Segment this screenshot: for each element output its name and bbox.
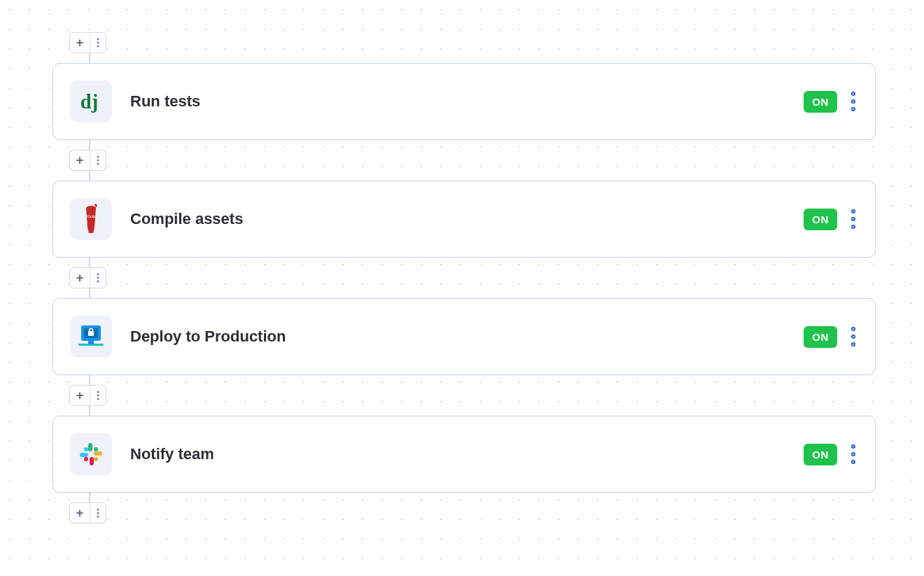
svg-point-30 bbox=[97, 512, 99, 514]
svg-point-18 bbox=[97, 391, 99, 393]
svg-rect-23 bbox=[94, 451, 102, 456]
svg-point-11 bbox=[97, 281, 99, 283]
pipeline-step[interactable]: Gulp Compile assets ON bbox=[52, 181, 876, 258]
drag-handle-icon[interactable] bbox=[851, 92, 855, 111]
add-step-button[interactable]: + bbox=[69, 32, 106, 53]
svg-point-5 bbox=[97, 160, 99, 162]
svg-rect-27 bbox=[80, 453, 88, 457]
drag-handle-icon[interactable] bbox=[851, 444, 855, 464]
more-options-icon[interactable] bbox=[90, 386, 106, 405]
pipeline-canvas: + dj Run tests ON + bbox=[52, 32, 876, 524]
plus-icon: + bbox=[70, 33, 90, 52]
svg-rect-28 bbox=[84, 447, 88, 451]
svg-point-4 bbox=[97, 156, 99, 158]
svg-point-29 bbox=[97, 509, 99, 511]
more-options-icon[interactable] bbox=[90, 503, 106, 523]
pipeline-step[interactable]: Notify team ON bbox=[52, 416, 876, 493]
svg-rect-21 bbox=[88, 443, 92, 451]
svg-point-10 bbox=[97, 277, 99, 279]
plus-icon: + bbox=[70, 386, 90, 405]
svg-point-0 bbox=[97, 38, 99, 41]
plus-icon: + bbox=[70, 150, 90, 170]
step-title: Notify team bbox=[130, 445, 804, 463]
drag-handle-icon[interactable] bbox=[851, 209, 855, 229]
svg-text:Gulp: Gulp bbox=[87, 214, 96, 218]
svg-point-2 bbox=[97, 45, 99, 48]
gulp-icon: Gulp bbox=[70, 198, 112, 240]
svg-text:dj: dj bbox=[80, 91, 98, 113]
svg-point-9 bbox=[97, 274, 99, 276]
status-toggle[interactable]: ON bbox=[804, 91, 837, 113]
add-step-button[interactable]: + bbox=[69, 267, 106, 288]
step-title: Deploy to Production bbox=[130, 328, 804, 346]
more-options-icon[interactable] bbox=[90, 150, 106, 170]
plus-icon: + bbox=[70, 503, 90, 523]
plus-icon: + bbox=[70, 268, 90, 288]
status-toggle[interactable]: ON bbox=[804, 444, 837, 465]
slack-icon bbox=[70, 433, 112, 475]
svg-point-31 bbox=[97, 516, 99, 518]
status-toggle[interactable]: ON bbox=[804, 326, 837, 348]
svg-point-19 bbox=[97, 395, 99, 397]
drag-handle-icon[interactable] bbox=[851, 327, 855, 346]
svg-point-1 bbox=[97, 42, 99, 44]
more-options-icon[interactable] bbox=[90, 268, 106, 288]
django-icon: dj bbox=[70, 80, 112, 122]
step-title: Compile assets bbox=[130, 210, 804, 228]
svg-rect-17 bbox=[88, 341, 94, 344]
status-toggle[interactable]: ON bbox=[804, 209, 837, 230]
svg-rect-25 bbox=[90, 457, 94, 465]
deploy-icon bbox=[70, 316, 112, 358]
add-step-button[interactable]: + bbox=[69, 385, 106, 406]
pipeline-step[interactable]: dj Run tests ON bbox=[52, 63, 876, 140]
svg-point-20 bbox=[97, 398, 99, 400]
pipeline-step[interactable]: Deploy to Production ON bbox=[52, 298, 876, 375]
add-step-button[interactable]: + bbox=[69, 503, 106, 524]
more-options-icon[interactable] bbox=[90, 33, 106, 52]
step-title: Run tests bbox=[130, 92, 804, 111]
add-step-button[interactable]: + bbox=[69, 150, 106, 171]
svg-rect-26 bbox=[84, 457, 88, 461]
svg-rect-24 bbox=[94, 457, 98, 461]
svg-point-6 bbox=[97, 163, 99, 165]
svg-rect-22 bbox=[94, 447, 98, 451]
